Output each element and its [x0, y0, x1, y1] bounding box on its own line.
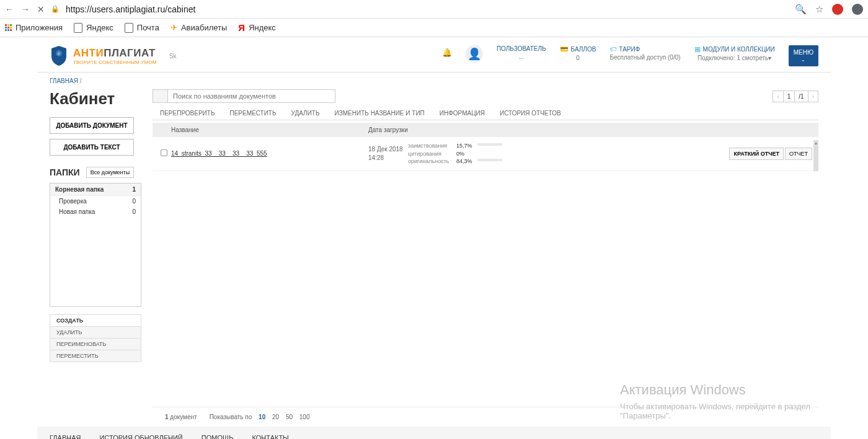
add-document-button[interactable]: ДОБАВИТЬ ДОКУМЕНТ	[50, 117, 134, 134]
date-line2: 14:28	[368, 154, 408, 162]
menu-label: МЕНЮ	[794, 49, 813, 56]
header-user[interactable]: ПОЛЬЗОВАТЕЛЬ ...	[497, 45, 546, 60]
main-area: ‹ 1 /1 › ПЕРЕПРОВЕРИТЬ ПЕРЕМЕСТИТЬ УДАЛИ…	[153, 89, 831, 427]
folder-item[interactable]: Проверка 0	[50, 196, 141, 206]
bookmark-label: Яндекс	[86, 23, 113, 32]
browser-address-bar: ← → ✕ 🔒 https://users.antiplagiat.ru/cab…	[0, 0, 868, 19]
metric-label: заимствования	[408, 142, 453, 150]
tab-move[interactable]: ПЕРЕМЕСТИТЬ	[222, 107, 283, 120]
breadcrumb-home[interactable]: ГЛАВНАЯ	[50, 78, 78, 84]
header-modules[interactable]: ▦МОДУЛИ И КОЛЛЕКЦИИ Подключено: 1 смотре…	[694, 45, 775, 61]
bookmark-yandex2[interactable]: ЯЯндекс	[238, 22, 276, 33]
breadcrumb: ГЛАВНАЯ /	[37, 73, 831, 89]
extension-icon[interactable]	[832, 4, 843, 15]
profile-icon[interactable]	[852, 4, 863, 15]
logo-tagline: ТВОРИТЕ СОБСТВЕННЫМ УМОМ	[73, 60, 157, 65]
tab-history[interactable]: ИСТОРИЯ ОТЧЕТОВ	[492, 107, 569, 120]
folder-move-button[interactable]: ПЕРЕМЕСТИТЬ	[50, 350, 141, 362]
browser-star-icon[interactable]: ☆	[815, 4, 823, 15]
report-button[interactable]: ОТЧЕТ	[785, 148, 812, 160]
svg-text:©: ©	[58, 52, 61, 56]
folder-delete-button[interactable]: УДАЛИТЬ	[50, 327, 141, 339]
nav-back-icon[interactable]: ←	[5, 4, 14, 14]
tab-rename[interactable]: ИЗМЕНИТЬ НАЗВАНИЕ И ТИП	[327, 107, 432, 120]
metric-value: 15,7%	[456, 142, 474, 150]
tab-delete[interactable]: УДАЛИТЬ	[284, 107, 327, 120]
footer-nav: ГЛАВНАЯ ИСТОРИЯ ОБНОВЛЕНИЙ ПОМОЩЬ КОНТАК…	[37, 427, 831, 439]
bookmark-label: Почта	[137, 23, 159, 32]
search-button[interactable]	[153, 90, 168, 102]
folder-item[interactable]: Новая папка 0	[50, 206, 141, 217]
apps-icon	[5, 24, 12, 31]
header-points[interactable]: 💳БАЛЛОВ 0	[560, 45, 596, 61]
footer-home[interactable]: ГЛАВНАЯ	[50, 434, 81, 439]
bookmark-yandex[interactable]: Яндекс	[74, 23, 113, 33]
folder-root[interactable]: Корневая папка 1	[50, 184, 141, 196]
page-current: 1	[784, 91, 795, 102]
bookmark-label: Авиабилеты	[181, 23, 227, 32]
page-next-icon[interactable]: ›	[808, 91, 818, 102]
document-date: 18 Дек 2018 14:28	[368, 145, 408, 162]
url-text[interactable]: https://users.antiplagiat.ru/cabinet	[66, 4, 789, 14]
page-prev-icon[interactable]: ‹	[773, 91, 783, 102]
folder-name: Новая папка	[59, 208, 95, 215]
folders-title: ПАПКИ	[50, 167, 80, 177]
all-documents-button[interactable]: Все документы	[86, 167, 134, 178]
footer-contacts[interactable]: КОНТАКТЫ	[252, 434, 289, 439]
date-line1: 18 Дек 2018	[368, 145, 408, 154]
search-input[interactable]	[168, 90, 335, 102]
footer-help[interactable]: ПОМОЩЬ	[202, 434, 234, 439]
page-size-20[interactable]: 20	[272, 414, 279, 420]
folder-rename-button[interactable]: ПЕРЕИМЕНОВАТЬ	[50, 339, 141, 350]
logo-anti: АНТИ	[73, 47, 104, 59]
paginator: ‹ 1 /1 ›	[773, 91, 818, 102]
row-checkbox[interactable]	[161, 149, 167, 156]
folder-name: Корневая папка	[55, 186, 104, 193]
search-box	[153, 89, 335, 103]
yandex-icon: Я	[238, 22, 245, 33]
logo-plag: ПЛАГИАТ	[104, 47, 156, 59]
bookmark-label: Яндекс	[249, 23, 276, 32]
folder-count: 0	[132, 198, 136, 205]
folder-count: 0	[132, 208, 136, 215]
breadcrumb-sep: /	[80, 78, 82, 84]
modules-value: Подключено: 1 смотреть▾	[694, 55, 775, 61]
doc-icon	[74, 23, 82, 33]
bell-icon[interactable]: 🔔	[442, 48, 452, 57]
bookmark-avia[interactable]: ✈Авиабилеты	[170, 23, 227, 32]
tab-info[interactable]: ИНФОРМАЦИЯ	[432, 107, 492, 120]
tariff-label: ТАРИФ	[619, 46, 640, 53]
table-row: 14_stranits_33__33__33__33_555 18 Дек 20…	[153, 137, 818, 171]
metric-label: оригинальность	[408, 157, 453, 166]
document-name[interactable]: 14_stranits_33__33__33__33_555	[171, 150, 368, 157]
menu-button[interactable]: МЕНЮ ⌄	[789, 45, 818, 66]
nav-stop-icon[interactable]: ✕	[37, 4, 45, 14]
page-size-100[interactable]: 100	[299, 414, 310, 420]
folder-name: Проверка	[59, 198, 87, 205]
avatar[interactable]: 👤	[466, 45, 483, 63]
browser-search-icon[interactable]: 🔍	[795, 4, 807, 15]
scrollbar[interactable]: ▴	[813, 140, 818, 171]
apps-button[interactable]: Приложения	[5, 23, 63, 32]
bookmark-mail[interactable]: Почта	[125, 23, 159, 33]
col-name: Название	[171, 126, 368, 133]
header-tariff[interactable]: 🏷ТАРИФ Бесплатный доступ (0/0)	[609, 45, 680, 61]
nav-forward-icon[interactable]: →	[21, 4, 30, 14]
table-header: Название Дата загрузки	[153, 123, 818, 137]
lock-icon: 🔒	[51, 5, 60, 13]
tab-recheck[interactable]: ПЕРЕПРОВЕРИТЬ	[153, 107, 222, 120]
footer-updates[interactable]: ИСТОРИЯ ОБНОВЛЕНИЙ	[99, 434, 182, 439]
page-size-50[interactable]: 50	[286, 414, 293, 420]
page-size-10[interactable]: 10	[259, 414, 265, 420]
folder-tree: Корневая папка 1 Проверка 0 Новая папка …	[50, 183, 141, 307]
short-report-button[interactable]: КРАТКИЙ ОТЧЕТ	[729, 148, 784, 160]
wallet-icon: 💳	[560, 45, 569, 53]
add-text-button[interactable]: ДОБАВИТЬ ТЕКСТ	[50, 139, 134, 156]
action-tabs: ПЕРЕПРОВЕРИТЬ ПЕРЕМЕСТИТЬ УДАЛИТЬ ИЗМЕНИ…	[153, 107, 818, 120]
folder-count: 1	[132, 186, 136, 193]
logo[interactable]: © АНТИПЛАГИАТ ТВОРИТЕ СОБСТВЕННЫМ УМОМ	[50, 45, 157, 67]
sidebar: Кабинет ДОБАВИТЬ ДОКУМЕНТ ДОБАВИТЬ ТЕКСТ…	[50, 89, 141, 427]
doc-count-label: документ	[169, 414, 197, 420]
folder-create-button[interactable]: СОЗДАТЬ	[50, 314, 141, 327]
metric-bar	[477, 159, 502, 161]
